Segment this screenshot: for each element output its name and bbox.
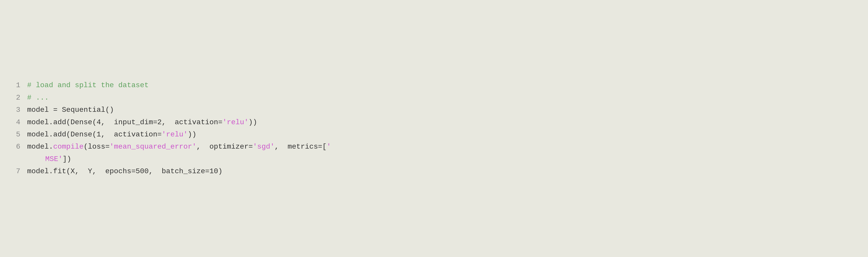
code-line-3: 3 model = Sequential()	[13, 104, 855, 116]
code-line-6: 6 model.compile(loss='mean_squared_error…	[13, 141, 855, 153]
code-text-6d: , metrics=[	[275, 142, 327, 151]
code-line-7: 7 model.fit(X, Y, epochs=500, batch_size…	[13, 165, 855, 178]
code-string-6b: 'sgd'	[253, 142, 275, 151]
code-string-4: 'relu'	[222, 118, 248, 126]
line-content-7: model.fit(X, Y, epochs=500, batch_size=1…	[27, 165, 855, 178]
line-number-3: 3	[13, 104, 27, 116]
line-content-6-cont: MSE'])	[27, 153, 855, 165]
line-number-7: 7	[13, 165, 27, 178]
line-number-6: 6	[13, 141, 27, 153]
line-number-1: 1	[13, 79, 27, 92]
code-text-6e: ])	[63, 155, 71, 163]
comment-2: # ...	[27, 94, 49, 102]
line-number-4: 4	[13, 116, 27, 129]
line-number-2: 2	[13, 92, 27, 104]
code-string-6a: 'mean_squared_error'	[110, 142, 196, 151]
code-string-5: 'relu'	[162, 130, 188, 139]
code-text-6a: model.	[27, 142, 53, 151]
code-text-4b: ))	[248, 118, 257, 126]
code-line-1: 1 # load and split the dataset	[13, 79, 855, 92]
line-content-1: # load and split the dataset	[27, 79, 855, 92]
line-content-3: model = Sequential()	[27, 104, 855, 116]
code-line-5: 5 model.add(Dense(1, activation='relu'))	[13, 129, 855, 141]
code-text-5a: model.add(Dense(1, activation=	[27, 130, 162, 139]
line-number-5: 5	[13, 129, 27, 141]
code-string-6c: '	[327, 142, 331, 151]
code-text-6c: , optimizer=	[196, 142, 253, 151]
comment-1: # load and split the dataset	[27, 81, 149, 90]
code-text-6b: (loss=	[84, 142, 110, 151]
code-text-5b: ))	[188, 130, 196, 139]
code-text-3: model = Sequential()	[27, 106, 114, 114]
code-text-4a: model.add(Dense(4, input_dim=2, activati…	[27, 118, 222, 126]
code-string-6d: MSE'	[45, 155, 63, 163]
code-line-6-cont: 6 MSE'])	[13, 153, 855, 165]
line-content-6: model.compile(loss='mean_squared_error',…	[27, 141, 855, 153]
line-content-2: # ...	[27, 92, 855, 104]
line-content-5: model.add(Dense(1, activation='relu'))	[27, 129, 855, 141]
code-block: 1 # load and split the dataset 2 # ... 3…	[13, 79, 855, 178]
code-line-2: 2 # ...	[13, 92, 855, 104]
line-content-4: model.add(Dense(4, input_dim=2, activati…	[27, 116, 855, 129]
code-text-7: model.fit(X, Y, epochs=500, batch_size=1…	[27, 167, 222, 175]
code-function-6: compile	[53, 142, 84, 151]
code-container: 1 # load and split the dataset 2 # ... 3…	[0, 70, 868, 187]
code-line-4: 4 model.add(Dense(4, input_dim=2, activa…	[13, 116, 855, 129]
